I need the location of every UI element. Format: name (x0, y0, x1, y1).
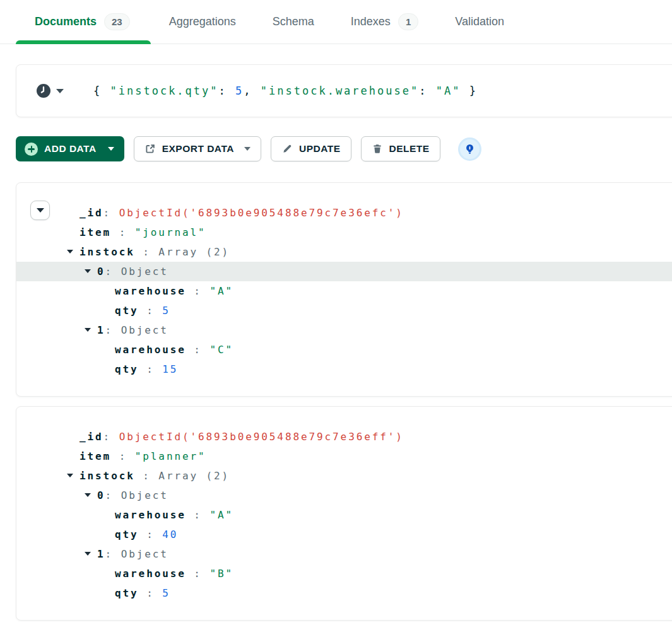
chevron-down-icon (56, 89, 64, 93)
field-separator: : (139, 363, 163, 375)
tab-indexes[interactable]: Indexes 1 (333, 0, 437, 44)
field-key: instock (80, 246, 135, 258)
field-key: 0 (97, 266, 105, 277)
field-value-string: "C" (209, 344, 233, 356)
field-separator: : (135, 246, 159, 258)
field-value-objectid: ObjectId('6893b0e905488e79c7e36eff') (119, 431, 404, 443)
field-separator: : (105, 266, 121, 277)
documents-count-badge: 23 (104, 13, 130, 30)
field-separator: : (186, 509, 210, 521)
field-key: qty (115, 587, 139, 599)
collapse-caret-icon[interactable] (85, 552, 91, 556)
field-key: item (80, 226, 111, 238)
field-row-qty[interactable]: qty : 5 (16, 301, 672, 320)
pencil-icon (281, 143, 293, 155)
field-row-warehouse[interactable]: warehouse : "C" (16, 340, 672, 359)
field-row-index-1[interactable]: 1: Object (16, 320, 672, 340)
query-input[interactable]: { "instock.qty": 5, "instock.warehouse":… (93, 85, 478, 97)
indexes-count-badge: 1 (398, 13, 418, 30)
tab-validation[interactable]: Validation (437, 0, 522, 44)
field-value-array: Array (2) (158, 246, 230, 258)
query-key: "instock.warehouse" (261, 85, 419, 97)
chevron-down-icon (108, 147, 114, 151)
field-separator: : (139, 305, 163, 317)
field-row-index-1[interactable]: 1: Object (16, 544, 672, 564)
field-row-id[interactable]: _id: ObjectId('6893b0e905488e79c7e36eff'… (16, 427, 672, 447)
field-row-index-0[interactable]: 0: Object (16, 486, 672, 505)
query-bar[interactable]: { "instock.qty": 5, "instock.warehouse":… (16, 64, 672, 117)
export-icon (144, 143, 156, 155)
field-key: 1 (97, 324, 105, 336)
tab-documents[interactable]: Documents 23 (16, 0, 151, 44)
update-button[interactable]: UPDATE (271, 136, 351, 161)
tab-validation-label: Validation (455, 15, 504, 28)
collapse-caret-icon[interactable] (67, 474, 73, 477)
field-separator: : (186, 344, 210, 356)
field-key: warehouse (115, 344, 186, 356)
field-row-instock[interactable]: instock : Array (2) (16, 466, 672, 486)
tab-aggregations[interactable]: Aggregations (151, 0, 254, 44)
field-row-id[interactable]: _id: ObjectId('6893b0e905488e79c7e36efc'… (16, 203, 672, 223)
query-key: "instock.qty" (110, 85, 218, 97)
document-card: _id: ObjectId('6893b0e905488e79c7e36efc'… (16, 182, 672, 397)
field-key: _id (80, 207, 103, 219)
collapse-caret-icon[interactable] (85, 269, 91, 273)
collapse-caret-icon[interactable] (85, 328, 91, 332)
field-separator: : (105, 489, 121, 501)
field-value-number: 15 (162, 363, 178, 375)
field-value-string: "journal" (135, 226, 206, 238)
query-brace-close: } (461, 85, 477, 97)
field-key: warehouse (115, 285, 186, 297)
field-row-item[interactable]: item : "journal" (16, 223, 672, 242)
collapse-caret-icon[interactable] (67, 250, 73, 254)
field-value-string: "A" (209, 509, 233, 521)
field-key: _id (80, 431, 103, 443)
field-row-qty[interactable]: qty : 15 (16, 359, 672, 379)
field-row-qty[interactable]: qty : 5 (16, 583, 672, 603)
tab-documents-label: Documents (35, 15, 97, 28)
field-key: instock (80, 470, 135, 482)
tab-indexes-label: Indexes (351, 15, 391, 28)
field-separator: : (103, 431, 119, 443)
query-brace-open: { (93, 85, 110, 97)
export-data-button[interactable]: EXPORT DATA (134, 136, 261, 161)
field-row-instock[interactable]: instock : Array (2) (16, 242, 672, 262)
delete-label: DELETE (389, 143, 430, 155)
field-value-object: Object (121, 324, 168, 336)
insights-button[interactable] (458, 137, 481, 161)
lightbulb-icon (464, 143, 476, 155)
tab-schema-label: Schema (273, 15, 314, 28)
field-key: warehouse (115, 568, 186, 580)
field-separator: : (139, 587, 163, 599)
delete-button[interactable]: DELETE (361, 136, 440, 161)
query-history-button[interactable] (37, 84, 64, 98)
field-key: 1 (97, 548, 105, 560)
field-row-warehouse[interactable]: warehouse : "A" (16, 505, 672, 525)
field-value-object: Object (121, 548, 168, 560)
field-row-warehouse[interactable]: warehouse : "A" (16, 281, 672, 301)
field-separator: : (135, 470, 159, 482)
field-separator: : (111, 450, 135, 462)
field-row-index-0[interactable]: 0: Object (16, 262, 672, 281)
field-value-string: "B" (209, 568, 233, 580)
field-value-object: Object (121, 489, 168, 501)
add-data-label: ADD DATA (44, 143, 97, 155)
query-colon: : (419, 85, 435, 97)
query-value-number: 5 (235, 85, 244, 97)
crud-toolbar: ADD DATA EXPORT DATA UPDATE DELETE (16, 136, 672, 161)
add-data-button[interactable]: ADD DATA (16, 136, 124, 161)
field-row-qty[interactable]: qty : 40 (16, 525, 672, 544)
field-row-warehouse[interactable]: warehouse : "B" (16, 564, 672, 583)
tab-schema[interactable]: Schema (254, 0, 333, 44)
field-key: item (80, 450, 111, 462)
trash-icon (372, 143, 383, 155)
field-value-number: 5 (162, 305, 170, 317)
field-value-object: Object (121, 266, 168, 277)
field-row-item[interactable]: item : "planner" (16, 447, 672, 466)
field-key: qty (115, 529, 139, 540)
collapse-caret-icon[interactable] (85, 493, 91, 497)
field-separator: : (186, 568, 210, 580)
field-separator: : (186, 285, 210, 297)
update-label: UPDATE (299, 143, 341, 155)
field-separator: : (103, 207, 119, 219)
